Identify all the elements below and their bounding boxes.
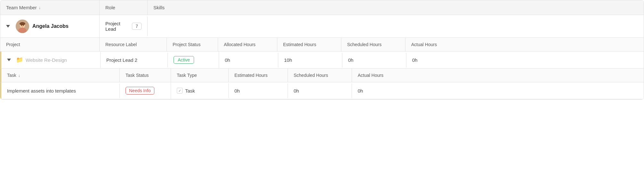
role-header[interactable]: Role xyxy=(100,0,148,15)
skills-header[interactable]: Skills xyxy=(148,0,644,15)
role-label: Role xyxy=(105,5,115,10)
task-actual-hours-col-header[interactable]: Actual Hours xyxy=(352,69,416,82)
project-actual-hours-cell: 0h xyxy=(406,53,464,67)
svg-point-4 xyxy=(20,22,25,25)
team-member-header[interactable]: Team Member ↓ xyxy=(0,0,100,15)
project-data-row: 📁 Website Re-Design Project Lead 2 Activ… xyxy=(0,52,644,69)
actual-hours-col-header[interactable]: Actual Hours xyxy=(405,38,463,51)
project-actual-hours: 0h xyxy=(412,57,418,63)
scheduled-hours-col-header[interactable]: Scheduled Hours xyxy=(341,38,405,51)
project-resource-label: Project Lead 2 xyxy=(106,57,137,63)
team-member-label: Team Member xyxy=(6,5,37,10)
task-estimated-hours: 0h xyxy=(234,88,240,94)
task-actual-hours-cell: 0h xyxy=(352,84,416,98)
project-allocated-hours: 0h xyxy=(225,57,230,63)
allocated-hours-col-header[interactable]: Allocated Hours xyxy=(218,38,277,51)
task-type-cell: ✓ Task xyxy=(171,83,229,98)
task-type: Task xyxy=(185,88,195,94)
main-table: Team Member ↓ Role Skills xyxy=(0,0,644,100)
project-status-col-header[interactable]: Project Status xyxy=(167,38,218,51)
svg-point-5 xyxy=(21,25,22,26)
task-status-cell: Needs Info xyxy=(120,82,171,99)
project-name: Website Re-Design xyxy=(26,57,67,63)
member-role: Project Lead xyxy=(105,21,129,32)
member-role-cell: Project Lead 7 xyxy=(100,16,148,36)
task-data-row: Implement assets into templates Needs In… xyxy=(0,82,644,99)
avatar xyxy=(16,20,29,33)
main-header-row: Team Member ↓ Role Skills xyxy=(0,0,644,15)
task-type-icon: ✓ xyxy=(177,88,183,94)
task-type-col-header[interactable]: Task Type xyxy=(171,69,229,82)
task-scheduled-hours-cell: 0h xyxy=(288,84,352,98)
task-scheduled-hours-col-header[interactable]: Scheduled Hours xyxy=(288,69,352,82)
project-col-header[interactable]: Project xyxy=(0,38,100,51)
skills-label: Skills xyxy=(153,5,165,10)
task-status-badge[interactable]: Needs Info xyxy=(126,87,154,94)
task-name: Implement assets into templates xyxy=(7,88,76,94)
project-scheduled-hours: 0h xyxy=(348,57,354,63)
expand-icon[interactable] xyxy=(6,25,10,28)
member-skills-cell xyxy=(148,22,644,31)
task-col-header[interactable]: Task ↓ xyxy=(1,69,120,82)
project-allocated-hours-cell: 0h xyxy=(219,53,278,67)
avatar-image xyxy=(16,20,29,33)
project-status-cell: Active xyxy=(168,52,219,68)
project-estimated-hours-cell: 10h xyxy=(278,53,342,67)
project-status-badge[interactable]: Active xyxy=(174,56,194,64)
svg-point-6 xyxy=(23,25,24,26)
task-name-cell: Implement assets into templates xyxy=(1,84,120,98)
member-name: Angela Jacobs xyxy=(32,23,69,29)
project-scheduled-hours-cell: 0h xyxy=(342,53,406,67)
project-estimated-hours: 10h xyxy=(284,57,292,63)
project-resource-label-cell: Project Lead 2 xyxy=(101,53,168,67)
resource-label-col-header[interactable]: Resource Label xyxy=(100,38,167,51)
member-name-cell: Angela Jacobs xyxy=(0,15,100,37)
member-row: Angela Jacobs Project Lead 7 xyxy=(0,15,644,38)
member-badge-count: 7 xyxy=(132,23,142,30)
project-name-cell: 📁 Website Re-Design xyxy=(1,52,101,68)
task-status-col-header[interactable]: Task Status xyxy=(120,69,171,82)
task-scheduled-hours: 0h xyxy=(294,88,299,94)
sort-down-icon: ↓ xyxy=(39,5,41,10)
task-estimated-hours-col-header[interactable]: Estimated Hours xyxy=(229,69,288,82)
project-header-row: Project Resource Label Project Status Al… xyxy=(0,38,644,52)
task-actual-hours: 0h xyxy=(358,88,363,94)
folder-icon: 📁 xyxy=(16,56,23,63)
task-header-row: Task ↓ Task Status Task Type Estimated H… xyxy=(0,69,644,82)
task-sort-icon: ↓ xyxy=(18,73,20,78)
project-expand-icon[interactable] xyxy=(7,59,11,61)
task-estimated-hours-cell: 0h xyxy=(229,84,288,98)
estimated-hours-col-header[interactable]: Estimated Hours xyxy=(277,38,341,51)
